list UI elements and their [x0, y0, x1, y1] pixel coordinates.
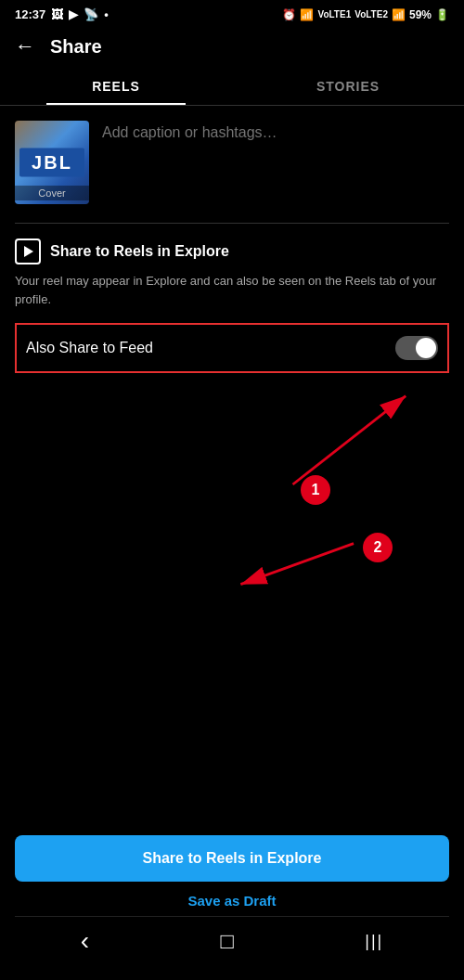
battery-icon: 🔋: [435, 8, 449, 21]
status-bar: 12:37 🖼 ▶ 📡 • ⏰ 📶 VoLTE1 VoLTE2 📶 59% 🔋: [0, 0, 464, 25]
also-share-toggle[interactable]: [395, 336, 438, 360]
brand-label: JBL: [19, 148, 84, 177]
play-triangle: [24, 246, 33, 257]
share-reels-heading: Share to Reels in Explore: [50, 243, 229, 260]
lte1-indicator: VoLTE1: [317, 9, 351, 19]
tabs-container: REELS STORIES: [0, 68, 464, 106]
reels-icon: [15, 239, 41, 264]
header: ← Share: [0, 25, 464, 68]
annotation-badge-2: 2: [363, 533, 393, 562]
content-area: JBL Cover Share to Reels in Explore Your…: [0, 106, 464, 611]
annotation-area: 1 2: [15, 373, 449, 596]
annotation-badge-1: 1: [301, 475, 330, 505]
status-time: 12:37: [15, 7, 45, 21]
svg-line-3: [240, 544, 354, 585]
page-title: Share: [50, 36, 102, 58]
share-reels-button[interactable]: Share to Reels in Explore: [15, 835, 449, 882]
battery-level: 59%: [409, 8, 432, 21]
save-draft-button[interactable]: Save as Draft: [15, 893, 449, 916]
cover-label: Cover: [15, 186, 89, 200]
svg-line-2: [293, 396, 406, 484]
annotation-arrows: [15, 373, 449, 596]
nav-menu-button[interactable]: |||: [365, 932, 383, 951]
share-reels-section: Share to Reels in Explore Your reel may …: [15, 239, 449, 308]
caption-input[interactable]: [102, 121, 449, 141]
nav-bar: ‹ □ |||: [15, 916, 449, 969]
media-caption-row: JBL Cover: [15, 121, 449, 204]
toggle-knob: [416, 338, 436, 358]
bottom-section: Share to Reels in Explore Save as Draft …: [0, 824, 464, 980]
share-reels-title-row: Share to Reels in Explore: [15, 239, 449, 264]
youtube-icon: ▶: [69, 7, 78, 21]
nav-home-button[interactable]: □: [220, 928, 234, 954]
share-reels-description: Your reel may appear in Explore and can …: [15, 272, 449, 308]
tab-reels[interactable]: REELS: [0, 68, 232, 105]
also-share-label: Also Share to Feed: [26, 340, 153, 356]
alarm-icon: ⏰: [282, 8, 296, 21]
dot-indicator: •: [104, 7, 109, 21]
photo-icon: 🖼: [51, 7, 63, 21]
divider-1: [15, 223, 449, 224]
signal-icon: 📶: [392, 8, 406, 21]
back-button[interactable]: ←: [15, 34, 35, 58]
also-share-feed-row: Also Share to Feed: [15, 323, 449, 373]
lte2-indicator: VoLTE2: [354, 9, 388, 19]
cast-icon: 📡: [84, 7, 98, 21]
media-thumbnail[interactable]: JBL Cover: [15, 121, 89, 204]
wifi-icon: 📶: [300, 8, 314, 21]
tab-stories[interactable]: STORIES: [232, 68, 464, 105]
nav-back-button[interactable]: ‹: [81, 926, 89, 956]
